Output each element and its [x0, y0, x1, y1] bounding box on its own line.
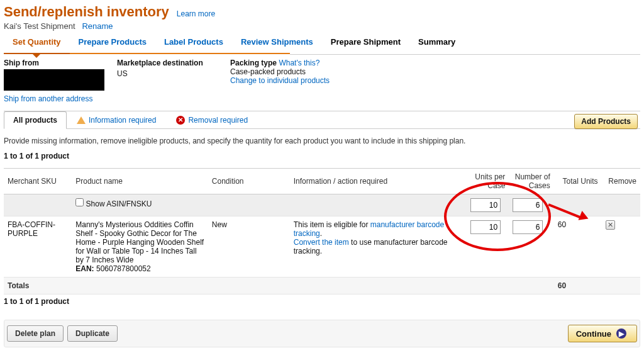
- learn-more-link[interactable]: Learn more: [177, 9, 215, 18]
- tab-prepare-products[interactable]: Prepare Products: [70, 31, 155, 54]
- row-units-per-case-input[interactable]: [470, 220, 501, 234]
- default-number-of-cases-input[interactable]: [513, 198, 543, 212]
- whats-this-link[interactable]: What's this?: [279, 59, 319, 67]
- filter-info-required-label: Information required: [89, 116, 156, 125]
- totals-label: Totals: [4, 278, 72, 295]
- tab-review-shipments[interactable]: Review Shipments: [232, 31, 322, 54]
- row-number-of-cases-input[interactable]: [513, 220, 543, 234]
- warning-icon: [77, 116, 86, 124]
- filter-info-required[interactable]: Information required: [67, 112, 166, 128]
- add-products-button[interactable]: Add Products: [574, 114, 638, 129]
- cell-product-name: Manny's Mysterious Oddities Coffin Shelf…: [75, 220, 204, 264]
- change-packing-link[interactable]: Change to individual products: [230, 76, 330, 85]
- instructions-text: Provide missing information, remove inel…: [4, 129, 640, 149]
- duplicate-button[interactable]: Duplicate: [67, 325, 118, 342]
- shipment-name: Kai's Test Shipment: [4, 21, 75, 31]
- cell-sku: FBA-COFFIN-PURPLE: [4, 216, 72, 278]
- packing-type-label: Packing type: [230, 59, 277, 67]
- ship-from-label: Ship from: [4, 59, 109, 67]
- show-asin-checkbox[interactable]: [75, 198, 84, 206]
- filter-all-products[interactable]: All products: [4, 111, 67, 129]
- remove-row-button[interactable]: ✕: [606, 220, 615, 230]
- th-condition: Condition: [208, 169, 290, 194]
- tab-set-quantity[interactable]: Set Quantity: [4, 31, 70, 54]
- show-asin-text: Show ASIN/FNSKU: [86, 199, 152, 208]
- pager-bottom: 1 to 1 of 1 product: [4, 297, 69, 306]
- th-units-per-case: Units per Case: [467, 169, 509, 194]
- th-sku: Merchant SKU: [4, 169, 72, 194]
- table-row: FBA-COFFIN-PURPLE Manny's Mysterious Odd…: [4, 216, 640, 278]
- totals-value: 60: [554, 278, 602, 295]
- marketplace-label: Marketplace destination: [117, 59, 223, 67]
- th-action: Information / action required: [290, 169, 467, 194]
- packing-type-value: Case-packed products: [230, 67, 306, 76]
- tab-prepare-shipment: Prepare Shipment: [322, 31, 409, 54]
- ean-value: 5060787800052: [96, 264, 151, 273]
- th-number-of-cases: Number of Cases: [509, 169, 553, 194]
- row-total-units: 60: [554, 216, 602, 278]
- th-total-units: Total Units: [554, 169, 602, 194]
- default-units-per-case-input[interactable]: [470, 198, 501, 212]
- ean-label: EAN:: [75, 264, 94, 273]
- filter-removal-required[interactable]: ✕ Removal required: [166, 112, 258, 128]
- error-icon: ✕: [176, 116, 185, 125]
- continue-button[interactable]: Continue ▶: [568, 325, 637, 342]
- arrow-right-icon: ▶: [616, 328, 626, 339]
- rename-link[interactable]: Rename: [82, 21, 113, 31]
- pager-top: 1 to 1 of 1 product: [4, 152, 69, 160]
- delete-plan-button[interactable]: Delete plan: [7, 325, 64, 342]
- ship-from-other-link[interactable]: Ship from another address: [4, 94, 92, 103]
- action-text-1: This item is eligible for: [294, 220, 370, 229]
- tab-summary: Summary: [409, 31, 464, 54]
- page-title: Send/replenish inventory: [4, 4, 169, 20]
- marketplace-value: US: [117, 69, 128, 78]
- convert-item-link[interactable]: Convert the item: [294, 238, 349, 247]
- filter-removal-required-label: Removal required: [188, 116, 248, 125]
- cell-condition: New: [208, 216, 290, 278]
- th-name: Product name: [72, 169, 208, 194]
- th-remove: Remove: [602, 169, 640, 194]
- tab-label-products[interactable]: Label Products: [155, 31, 232, 54]
- ship-from-address-redacted: [4, 69, 104, 91]
- continue-label: Continue: [576, 329, 611, 339]
- show-asin-checkbox-label[interactable]: Show ASIN/FNSKU: [75, 199, 152, 208]
